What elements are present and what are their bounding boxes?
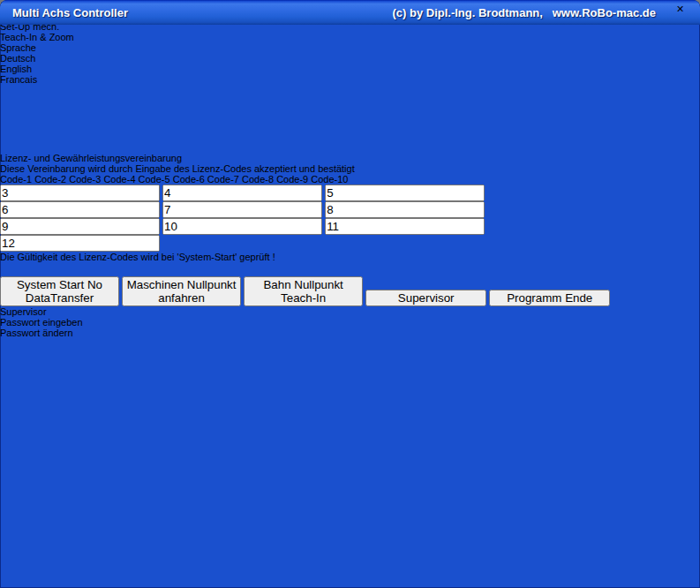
- supervisor-legend: Supervisor: [0, 306, 47, 317]
- code-label: Code-7: [207, 174, 239, 185]
- code-input-2[interactable]: [162, 185, 322, 201]
- close-icon: ✕: [676, 4, 684, 14]
- code-label: Code-1: [0, 174, 32, 185]
- radio-english[interactable]: English: [0, 64, 117, 74]
- radio-passwort-eingeben: Passwort eingeben: [0, 317, 117, 328]
- code-label: Code-4: [103, 174, 135, 185]
- system-start-button[interactable]: System Start No DataTransfer: [0, 276, 119, 306]
- radio-deutsch[interactable]: Deutsch: [0, 53, 117, 64]
- code-input-10[interactable]: [0, 235, 160, 252]
- sprache-legend: Sprache: [0, 42, 36, 53]
- code-input-4[interactable]: [0, 201, 160, 218]
- title-bar: Multi Achs Controller (c) by Dipl.-Ing. …: [0, 0, 700, 25]
- close-button[interactable]: ✕: [676, 4, 696, 23]
- window-title-credit: (c) by Dipl.-Ing. Brodtmann, www.RoBo-ma…: [392, 6, 656, 19]
- maschinen-nullpunkt-button[interactable]: Maschinen Nullpunkt anfahren: [122, 276, 241, 306]
- window-title: Multi Achs Controller: [12, 6, 392, 19]
- programm-ende-button[interactable]: Programm Ende: [489, 290, 610, 306]
- code-label: Code-10: [311, 174, 348, 185]
- code-input-5[interactable]: [162, 201, 322, 218]
- code-label: Code-9: [276, 174, 308, 185]
- code-input-7[interactable]: [0, 218, 160, 235]
- radio-francais: Francais: [0, 74, 117, 85]
- tab-page-start: Sprache Deutsch English Francais Lizenz-…: [0, 42, 700, 485]
- lizenz-groupbox: Lizenz- und Gewährleistungsvereinbarung …: [0, 153, 509, 276]
- code-fields-row: [0, 185, 509, 252]
- bahn-nullpunkt-button[interactable]: Bahn Nullpunkt Teach-In: [244, 276, 363, 306]
- code-label: Code-3: [69, 174, 101, 185]
- lizenz-note-text: Die Gültigkeit des Lizenz-Codes wird bei…: [0, 252, 509, 262]
- lizenz-intro-text: Diese Vereinbarung wird durch Eingabe de…: [0, 163, 509, 174]
- tab-teachin-zoom[interactable]: Teach-In & Zoom: [0, 32, 700, 42]
- code-input-9[interactable]: [325, 218, 485, 235]
- code-label: Code-6: [173, 174, 205, 185]
- code-label: Code-5: [139, 174, 170, 185]
- lizenz-legend: Lizenz- und Gewährleistungsvereinbarung: [0, 153, 182, 163]
- code-labels-row: Code-1 Code-2 Code-3 Code-4 Code-5 Code-…: [0, 174, 509, 185]
- dialog-client-area: Start Set-Up el. Set-Up mech. Teach-In &…: [0, 0, 700, 485]
- sprache-groupbox: Sprache Deutsch English Francais: [0, 42, 117, 153]
- code-input-8[interactable]: [162, 218, 322, 235]
- radio-passwort-aendern: Passwort ändern: [0, 328, 117, 338]
- supervisor-button[interactable]: Supervisor: [365, 290, 486, 306]
- app-window: Multi Achs Controller (c) by Dipl.-Ing. …: [0, 0, 700, 588]
- code-input-3[interactable]: [325, 185, 485, 201]
- supervisor-groupbox: Supervisor Passwort eingeben Passwort än…: [0, 306, 117, 485]
- code-label: Code-8: [242, 174, 274, 185]
- code-input-1[interactable]: [0, 185, 160, 201]
- code-label: Code-2: [34, 174, 66, 185]
- code-input-6[interactable]: [325, 201, 485, 218]
